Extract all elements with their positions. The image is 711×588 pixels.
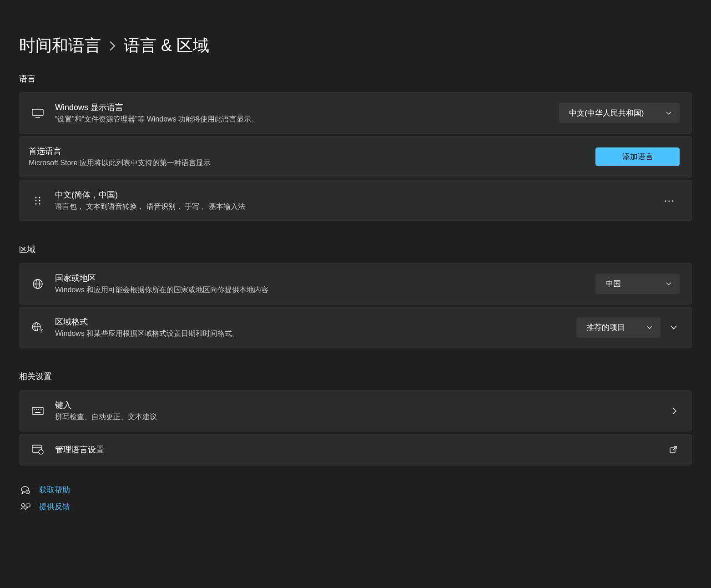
svg-point-3 bbox=[39, 197, 40, 198]
svg-rect-31 bbox=[26, 504, 30, 507]
breadcrumb-parent[interactable]: 时间和语言 bbox=[19, 35, 101, 57]
preferred-languages-row: 首选语言 Microsoft Store 应用将以此列表中支持的第一种语言显示 … bbox=[19, 136, 692, 177]
window-settings-icon bbox=[31, 443, 44, 456]
typing-title: 键入 bbox=[55, 400, 661, 411]
country-row: 国家或地区 Windows 和应用可能会根据你所在的国家或地区向你提供本地内容 … bbox=[19, 263, 692, 304]
svg-rect-16 bbox=[32, 407, 43, 415]
display-language-selected: 中文(中华人民共和国) bbox=[569, 108, 644, 118]
keyboard-icon bbox=[31, 405, 44, 417]
svg-point-18 bbox=[34, 409, 35, 410]
region-format-selected: 推荐的项目 bbox=[586, 322, 625, 333]
installed-language-name: 中文(简体，中国) bbox=[55, 189, 649, 200]
chevron-down-icon bbox=[666, 112, 671, 115]
typing-row[interactable]: 键入 拼写检查、自动更正、文本建议 bbox=[19, 390, 692, 431]
section-header-related: 相关设置 bbox=[19, 371, 692, 382]
external-link-icon bbox=[670, 446, 680, 453]
section-header-language: 语言 bbox=[19, 73, 692, 84]
svg-point-2 bbox=[35, 197, 37, 198]
monitor-icon bbox=[31, 107, 44, 120]
svg-point-21 bbox=[40, 409, 41, 410]
display-language-subtitle: “设置”和“文件资源管理器”等 Windows 功能将使用此语言显示。 bbox=[55, 115, 548, 124]
display-language-dropdown[interactable]: 中文(中华人民共和国) bbox=[559, 103, 680, 123]
country-title: 国家或地区 bbox=[55, 273, 585, 284]
display-language-row: Windows 显示语言 “设置”和“文件资源管理器”等 Windows 功能将… bbox=[19, 92, 692, 134]
chevron-down-icon bbox=[666, 282, 671, 286]
region-format-title: 区域格式 bbox=[55, 316, 565, 327]
help-link-row[interactable]: ? 获取帮助 bbox=[19, 485, 692, 495]
installed-language-row[interactable]: 中文(简体，中国) 语言包， 文本到语音转换， 语音识别， 手写， 基本输入法 … bbox=[19, 180, 692, 221]
chevron-down-icon bbox=[647, 326, 652, 329]
svg-point-30 bbox=[22, 503, 25, 507]
preferred-languages-subtitle: Microsoft Store 应用将以此列表中支持的第一种语言显示 bbox=[29, 158, 585, 168]
installed-language-features: 语言包， 文本到语音转换， 语音识别， 手写， 基本输入法 bbox=[55, 202, 649, 212]
section-header-region: 区域 bbox=[19, 244, 692, 255]
admin-language-row[interactable]: 管理语言设置 bbox=[19, 434, 692, 466]
svg-point-7 bbox=[39, 203, 40, 204]
help-icon: ? bbox=[19, 486, 32, 495]
region-format-dropdown[interactable]: 推荐的项目 bbox=[576, 317, 661, 338]
svg-rect-0 bbox=[32, 109, 43, 116]
feedback-icon bbox=[19, 502, 32, 512]
svg-point-4 bbox=[35, 200, 37, 201]
svg-rect-17 bbox=[35, 412, 40, 413]
globe-text-icon: 字 bbox=[31, 321, 44, 334]
region-format-row[interactable]: 字 区域格式 Windows 和某些应用根据区域格式设置日期和时间格式。 推荐的… bbox=[19, 307, 692, 348]
chevron-right-icon bbox=[672, 407, 680, 415]
help-link[interactable]: 获取帮助 bbox=[39, 485, 70, 495]
more-options-button[interactable]: ··· bbox=[660, 193, 680, 208]
add-language-button[interactable]: 添加语言 bbox=[595, 147, 680, 166]
display-language-title: Windows 显示语言 bbox=[55, 102, 548, 113]
expand-chevron-icon[interactable] bbox=[671, 325, 680, 330]
breadcrumb: 时间和语言 语言 & 区域 bbox=[19, 35, 692, 57]
typing-subtitle: 拼写检查、自动更正、文本建议 bbox=[55, 412, 661, 422]
svg-point-20 bbox=[38, 409, 39, 410]
drag-handle-icon[interactable] bbox=[31, 194, 44, 207]
preferred-languages-title: 首选语言 bbox=[29, 146, 585, 157]
feedback-link-row[interactable]: 提供反馈 bbox=[19, 502, 692, 512]
country-selected: 中国 bbox=[605, 279, 621, 289]
svg-point-5 bbox=[39, 200, 40, 201]
feedback-link[interactable]: 提供反馈 bbox=[39, 502, 70, 512]
region-format-subtitle: Windows 和某些应用根据区域格式设置日期和时间格式。 bbox=[55, 329, 565, 339]
admin-language-title: 管理语言设置 bbox=[55, 444, 659, 455]
country-subtitle: Windows 和应用可能会根据你所在的国家或地区向你提供本地内容 bbox=[55, 285, 585, 295]
svg-point-19 bbox=[36, 409, 37, 410]
svg-text:字: 字 bbox=[39, 329, 43, 333]
breadcrumb-current: 语言 & 区域 bbox=[124, 35, 209, 57]
svg-point-24 bbox=[39, 450, 43, 454]
globe-icon bbox=[31, 278, 44, 290]
svg-point-6 bbox=[35, 203, 37, 204]
country-dropdown[interactable]: 中国 bbox=[595, 274, 680, 294]
chevron-right-icon bbox=[109, 41, 116, 51]
